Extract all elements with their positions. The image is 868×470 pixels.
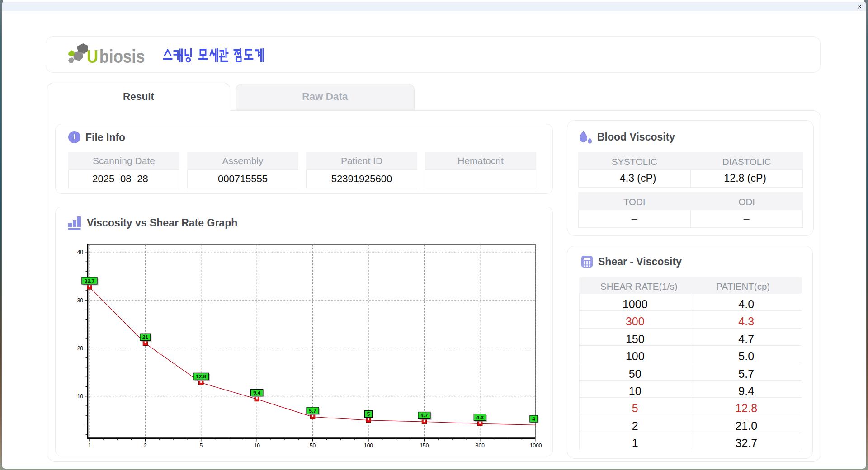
svg-text:5: 5 xyxy=(199,442,203,449)
svg-text:Ubiosis: Ubiosis xyxy=(87,46,145,66)
svg-text:4.7: 4.7 xyxy=(420,413,428,418)
svg-text:21: 21 xyxy=(142,334,148,340)
svg-text:1000: 1000 xyxy=(530,442,542,449)
svg-text:50: 50 xyxy=(310,442,316,449)
svg-text:30: 30 xyxy=(77,297,84,304)
svg-text:40: 40 xyxy=(77,249,84,255)
svg-text:12.8: 12.8 xyxy=(196,374,207,379)
svg-text:10: 10 xyxy=(77,393,84,400)
svg-text:5: 5 xyxy=(367,411,370,417)
svg-text:2: 2 xyxy=(144,442,147,449)
svg-text:9.4: 9.4 xyxy=(253,390,261,395)
svg-text:150: 150 xyxy=(420,442,429,449)
svg-text:1: 1 xyxy=(88,442,91,449)
svg-text:10: 10 xyxy=(254,442,260,449)
svg-text:300: 300 xyxy=(476,442,485,449)
svg-text:100: 100 xyxy=(364,442,373,449)
svg-text:32.7: 32.7 xyxy=(85,278,94,284)
svg-text:20: 20 xyxy=(77,345,84,352)
svg-text:4.3: 4.3 xyxy=(476,415,484,420)
svg-text:5.7: 5.7 xyxy=(309,408,316,414)
svg-text:4: 4 xyxy=(532,416,535,422)
